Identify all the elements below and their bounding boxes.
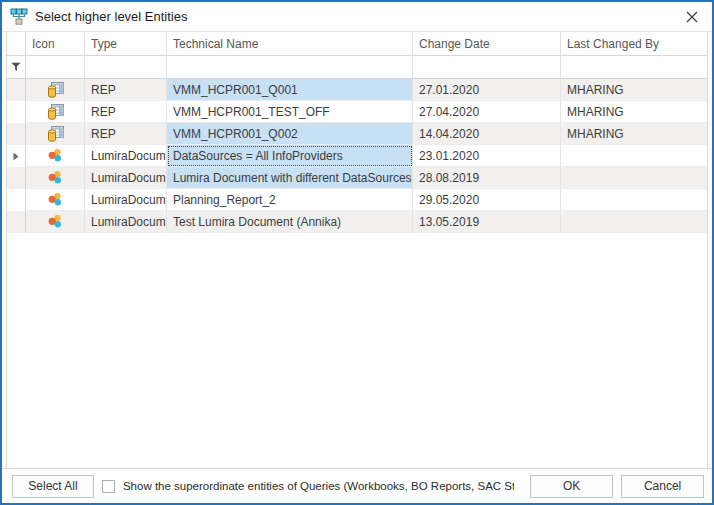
filter-row [7,56,707,79]
technical-name-cell[interactable]: VMM_HCPR001_Q002 [167,123,413,145]
footer-bar: Select All Show the superordinate entiti… [2,468,712,503]
last-changed-by-cell[interactable]: MHARING [561,123,707,145]
technical-name-cell[interactable]: Test Lumira Document (Annika) [167,211,413,233]
rep-icon [47,104,64,120]
type-cell[interactable]: REP [85,101,167,123]
last-changed-by-cell[interactable] [561,167,707,189]
row-gutter-cell[interactable] [7,211,26,233]
change-date-cell[interactable]: 23.01.2020 [413,145,561,167]
select-entities-dialog: Select higher level Entities Icon Type T… [0,0,714,505]
technical-name-cell[interactable]: Planning_Report_2 [167,189,413,211]
filter-row-gutter [7,56,26,79]
row-gutter-cell[interactable] [7,123,26,145]
last-changed-by-cell[interactable] [561,211,707,233]
row-gutter-cell[interactable] [7,101,26,123]
table-row[interactable]: LumiraDocum... Lumira Document with diff… [7,167,707,189]
entity-icon-cell[interactable] [26,123,85,145]
row-gutter-cell[interactable] [7,167,26,189]
entity-icon-cell[interactable] [26,167,85,189]
entity-icon-cell[interactable] [26,101,85,123]
header-gutter-cell [7,32,26,56]
rep-icon [47,126,64,142]
type-cell[interactable]: REP [85,79,167,101]
type-cell[interactable]: LumiraDocum... [85,167,167,189]
technical-name-cell[interactable]: DataSources = All InfoProviders [167,145,413,167]
rep-icon [47,82,64,98]
type-cell[interactable]: LumiraDocum... [85,211,167,233]
grid-header-row: Icon Type Technical Name Change Date Las… [7,32,707,56]
last-changed-by-cell[interactable] [561,145,707,167]
change-date-cell[interactable]: 13.05.2019 [413,211,561,233]
filter-funnel-icon [11,62,21,72]
change-date-cell[interactable]: 29.05.2020 [413,189,561,211]
table-row[interactable]: REP VMM_HCPR001_Q001 27.01.2020 MHARING [7,79,707,101]
row-gutter-cell[interactable] [7,79,26,101]
entity-icon-cell[interactable] [26,211,85,233]
type-cell[interactable]: LumiraDocum... [85,189,167,211]
technical-name-cell[interactable]: VMM_HCPR001_TEST_OFF [167,101,413,123]
column-header-change-date[interactable]: Change Date [413,32,561,56]
table-row[interactable]: LumiraDocum... DataSources = All InfoPro… [7,145,707,167]
table-row[interactable]: REP VMM_HCPR001_TEST_OFF 27.04.2020 MHAR… [7,101,707,123]
entity-grid: Icon Type Technical Name Change Date Las… [6,32,708,468]
entity-icon-cell[interactable] [26,145,85,167]
filter-input-type[interactable] [85,56,167,79]
column-header-type[interactable]: Type [85,32,167,56]
lumira-icon [47,214,63,229]
row-gutter-cell[interactable] [7,189,26,211]
ok-button[interactable]: OK [530,475,613,498]
column-header-icon[interactable]: Icon [26,32,85,56]
type-cell[interactable]: REP [85,123,167,145]
change-date-cell[interactable]: 28.08.2019 [413,167,561,189]
title-bar: Select higher level Entities [2,2,712,32]
lumira-icon [47,170,63,185]
entity-icon-cell[interactable] [26,189,85,211]
filter-input-last-changed-by[interactable] [561,56,707,79]
table-row[interactable]: LumiraDocum... Test Lumira Document (Ann… [7,211,707,233]
superordinate-checkbox[interactable] [102,480,115,493]
filter-input-technical-name[interactable] [167,56,413,79]
lumira-icon [47,192,63,207]
lumira-icon [47,148,63,163]
change-date-cell[interactable]: 27.01.2020 [413,79,561,101]
table-row[interactable]: LumiraDocum... Planning_Report_2 29.05.2… [7,189,707,211]
row-gutter-cell[interactable] [7,145,26,167]
grid-rows: REP VMM_HCPR001_Q001 27.01.2020 MHARING [7,79,707,233]
last-changed-by-cell[interactable]: MHARING [561,79,707,101]
select-all-button[interactable]: Select All [12,475,94,498]
cancel-button[interactable]: Cancel [621,475,704,498]
close-button[interactable] [678,4,706,30]
hierarchy-icon [10,8,28,25]
grid-empty-area [7,233,707,468]
current-row-marker-icon [13,152,19,161]
filter-input-icon[interactable] [26,56,85,79]
dialog-title: Select higher level Entities [35,9,678,24]
change-date-cell[interactable]: 27.04.2020 [413,101,561,123]
change-date-cell[interactable]: 14.04.2020 [413,123,561,145]
last-changed-by-cell[interactable] [561,189,707,211]
table-row[interactable]: REP VMM_HCPR001_Q002 14.04.2020 MHARING [7,123,707,145]
type-cell[interactable]: LumiraDocum... [85,145,167,167]
filter-input-change-date[interactable] [413,56,561,79]
column-header-last-changed-by[interactable]: Last Changed By [561,32,707,56]
superordinate-checkbox-label[interactable]: Show the superordinate entities of Queri… [123,480,514,492]
entity-icon-cell[interactable] [26,79,85,101]
column-header-technical-name[interactable]: Technical Name [167,32,413,56]
technical-name-cell[interactable]: Lumira Document with different DataSourc… [167,167,413,189]
close-icon [686,11,698,23]
technical-name-cell[interactable]: VMM_HCPR001_Q001 [167,79,413,101]
last-changed-by-cell[interactable]: MHARING [561,101,707,123]
